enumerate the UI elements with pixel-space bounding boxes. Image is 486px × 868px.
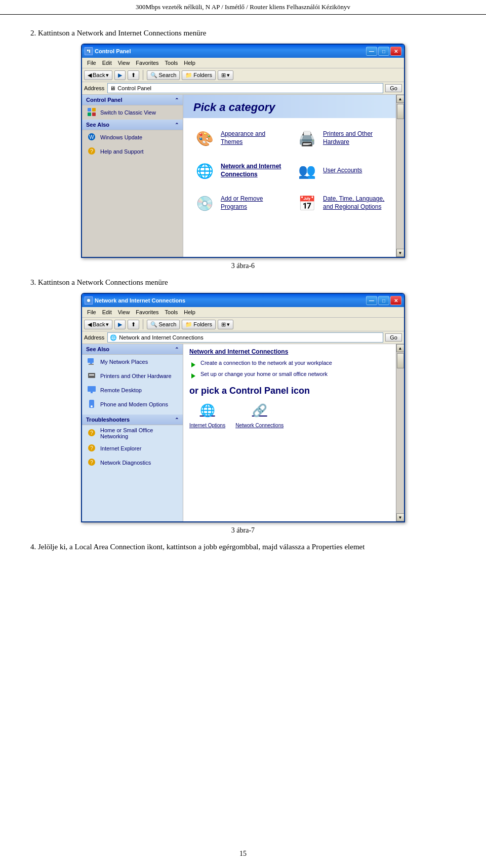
scroll-thumb-2[interactable] bbox=[397, 353, 404, 368]
go-button-1[interactable]: Go bbox=[385, 84, 402, 92]
back-button-1[interactable]: ◀ Back ▾ bbox=[84, 70, 112, 80]
views-button-1[interactable]: ⊞ ▾ bbox=[218, 70, 233, 80]
separator-2 bbox=[143, 319, 143, 329]
cat-network[interactable]: 🌐 Network and Internet Connections bbox=[187, 155, 290, 187]
menu-favorites-2[interactable]: Favorites bbox=[133, 308, 161, 316]
svg-text:?: ? bbox=[90, 460, 93, 465]
net-sidebar-item-network-diagnostics[interactable]: ? Network Diagnostics bbox=[82, 456, 183, 470]
menu-view-2[interactable]: View bbox=[115, 308, 133, 316]
cat-user-accounts[interactable]: 👥 User Accounts bbox=[290, 155, 392, 187]
svg-rect-6 bbox=[92, 112, 96, 116]
net-task-setup-home[interactable]: Set up or change your home or small offi… bbox=[189, 369, 390, 381]
chevron-icon-seealso2: ⌃ bbox=[175, 347, 179, 352]
titlebar-buttons-1[interactable]: — □ ✕ bbox=[366, 47, 401, 56]
net-sidebar-item-printers[interactable]: Printers and Other Hardware bbox=[82, 369, 183, 383]
titlebar-buttons-2[interactable]: — □ ✕ bbox=[366, 296, 401, 305]
menu-help-1[interactable]: Help bbox=[181, 59, 198, 67]
window-body-1: Control Panel ⌃ Switch to Classic View S… bbox=[82, 95, 404, 257]
menu-tools-1[interactable]: Tools bbox=[162, 59, 181, 67]
net-sidebar-item-network-places[interactable]: My Network Places bbox=[82, 355, 183, 369]
net-icon-network-connections[interactable]: 🔗 Network Connections bbox=[235, 400, 284, 428]
network-diagnostics-icon: ? bbox=[87, 458, 97, 468]
cat-printers[interactable]: 🖨️ Printers and Other Hardware bbox=[290, 122, 392, 155]
sidebar-item-help-support[interactable]: ? Help and Support bbox=[82, 144, 183, 159]
titlebar-2: Network and Internet Connections — □ ✕ bbox=[82, 294, 404, 307]
net-sidebar-item-phone-modem[interactable]: Phone and Modem Options bbox=[82, 397, 183, 411]
cat-date-time[interactable]: 📅 Date, Time, Language, and Regional Opt… bbox=[290, 187, 392, 219]
menu-edit-2[interactable]: Edit bbox=[99, 308, 115, 316]
scroll-down-arrow-2[interactable]: ▼ bbox=[396, 513, 404, 521]
ie-icon: ? bbox=[87, 443, 97, 454]
addressbar-2: Address 🌐 Network and Internet Connectio… bbox=[82, 331, 404, 344]
views-button-2[interactable]: ⊞ ▾ bbox=[218, 320, 233, 329]
maximize-button-2[interactable]: □ bbox=[378, 296, 389, 305]
up-button-1[interactable]: ⬆ bbox=[128, 70, 139, 80]
address-field-2[interactable]: 🌐 Network and Internet Connections bbox=[107, 332, 383, 343]
page-number: 15 bbox=[0, 850, 486, 858]
maximize-button-1[interactable]: □ bbox=[378, 47, 389, 56]
search-button-2[interactable]: 🔍 Search bbox=[147, 320, 180, 329]
sidebar-section-cp: Control Panel ⌃ Switch to Classic View bbox=[82, 95, 183, 120]
back-icon-2: ◀ bbox=[88, 321, 92, 328]
titlebar-left-2: Network and Internet Connections bbox=[85, 296, 185, 305]
internet-options-icon: 🌐 bbox=[197, 400, 218, 421]
net-pick-icon-text: or pick a Control Panel icon bbox=[189, 386, 390, 396]
scroll-thumb[interactable] bbox=[397, 104, 404, 119]
printers-icon-2 bbox=[87, 371, 97, 381]
net-sidebar-item-remote-desktop[interactable]: Remote Desktop bbox=[82, 383, 183, 397]
menu-favorites-1[interactable]: Favorites bbox=[133, 59, 161, 67]
close-button-2[interactable]: ✕ bbox=[390, 296, 401, 305]
net-sidebar-section-troubleshooters: Troubleshooters ⌃ ? Home or Small Office… bbox=[82, 414, 183, 470]
sidebar-header-seealso: See Also ⌃ bbox=[82, 120, 183, 130]
minimize-button-2[interactable]: — bbox=[366, 296, 377, 305]
toolbar-1: ◀ Back ▾ ▶ ⬆ 🔍 Search 📁 Folders ⊞ ▾ bbox=[82, 68, 404, 82]
scrollbar-1[interactable]: ▲ ▼ bbox=[396, 95, 404, 257]
section4-text: 4. Jelölje ki, a Local Area Connection i… bbox=[30, 543, 456, 551]
scroll-up-arrow-2[interactable]: ▲ bbox=[396, 344, 404, 352]
scroll-down-arrow[interactable]: ▼ bbox=[396, 249, 404, 257]
folders-button-1[interactable]: 📁 Folders bbox=[182, 70, 216, 80]
net-sidebar-item-home-networking[interactable]: ? Home or Small Office Networking bbox=[82, 425, 183, 441]
scrollbar-2[interactable]: ▲ ▼ bbox=[396, 344, 404, 521]
forward-button-2[interactable]: ▶ bbox=[114, 320, 126, 329]
folders-button-2[interactable]: 📁 Folders bbox=[182, 320, 216, 329]
forward-button-1[interactable]: ▶ bbox=[114, 70, 126, 80]
search-button-1[interactable]: 🔍 Search bbox=[147, 70, 180, 80]
net-sidebar-header-troubleshooters: Troubleshooters ⌃ bbox=[82, 414, 183, 425]
svg-rect-18 bbox=[88, 386, 96, 392]
close-button-1[interactable]: ✕ bbox=[390, 47, 401, 56]
menu-edit-1[interactable]: Edit bbox=[99, 59, 115, 67]
menu-file-2[interactable]: File bbox=[84, 308, 99, 316]
net-main: Network and Internet Connections Create … bbox=[183, 344, 396, 521]
date-time-icon: 📅 bbox=[295, 191, 319, 215]
scroll-up-arrow[interactable]: ▲ bbox=[396, 95, 404, 103]
net-task-create-connection[interactable]: Create a connection to the network at yo… bbox=[189, 358, 390, 369]
section2-text: 2. Kattintson a Network and Internet Con… bbox=[30, 29, 456, 37]
titlebar-title-2: Network and Internet Connections bbox=[95, 297, 185, 304]
menu-tools-2[interactable]: Tools bbox=[162, 308, 181, 316]
titlebar-left-1: Control Panel bbox=[85, 47, 131, 55]
address-field-1[interactable]: 🖥 Control Panel bbox=[107, 83, 383, 93]
net-sidebar-item-ie[interactable]: ? Internet Explorer bbox=[82, 441, 183, 456]
separator-1 bbox=[143, 70, 143, 80]
address-label-1: Address bbox=[84, 85, 104, 91]
menu-file-1[interactable]: File bbox=[84, 59, 99, 67]
figure1-caption: 3 ábra-6 bbox=[30, 262, 456, 270]
minimize-button-1[interactable]: — bbox=[366, 47, 377, 56]
sidebar-item-classic-view[interactable]: Switch to Classic View bbox=[82, 105, 183, 120]
svg-rect-5 bbox=[88, 112, 91, 116]
sidebar-item-windows-update[interactable]: W Windows Update bbox=[82, 130, 183, 144]
net-icon-internet-options[interactable]: 🌐 Internet Options bbox=[189, 400, 225, 428]
svg-rect-14 bbox=[90, 363, 92, 364]
cp-main-1: Pick a category 🎨 Appearance and Themes … bbox=[183, 95, 396, 257]
go-button-2[interactable]: Go bbox=[385, 333, 402, 342]
back-button-2[interactable]: ◀ Back ▾ bbox=[84, 320, 112, 329]
cat-appearance[interactable]: 🎨 Appearance and Themes bbox=[187, 122, 290, 155]
menu-view-1[interactable]: View bbox=[115, 59, 133, 67]
up-button-2[interactable]: ⬆ bbox=[128, 320, 139, 329]
network-places-icon bbox=[87, 357, 97, 367]
menubar-1: File Edit View Favorites Tools Help bbox=[82, 58, 404, 68]
windows-update-icon: W bbox=[87, 132, 97, 142]
cat-add-remove[interactable]: 💿 Add or Remove Programs bbox=[187, 187, 290, 219]
menu-help-2[interactable]: Help bbox=[181, 308, 198, 316]
